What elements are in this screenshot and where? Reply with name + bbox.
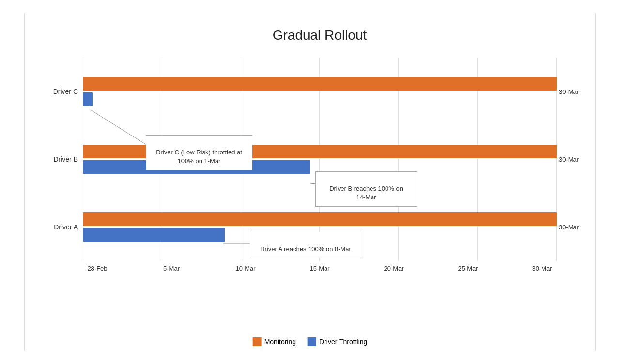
callout-driver-c: Driver C (Low Risk) throttled at 100% on… <box>146 135 252 170</box>
legend-monitoring-label: Monitoring <box>264 338 296 346</box>
y-label-b: Driver B <box>30 155 78 163</box>
x-label-20mar: 20-Mar <box>379 265 408 272</box>
callout-driver-b: Driver B reaches 100% on 14-Mar <box>315 171 417 207</box>
driver-c-row: 30-Mar <box>83 72 557 111</box>
chart-container: Gradual Rollout Driver C Driver B Driver… <box>24 13 596 351</box>
x-label-28feb: 28-Feb <box>83 265 112 272</box>
y-axis-labels: Driver C Driver B Driver A <box>30 58 78 261</box>
driver-b-end-label: 30-Mar <box>559 156 583 163</box>
driver-c-blue-bar <box>83 92 93 106</box>
chart-title: Gradual Rollout <box>83 28 557 43</box>
legend-monitoring: Monitoring <box>253 337 296 346</box>
chart-area: Driver C Driver B Driver A 30-Mar 30-Ma <box>83 58 557 280</box>
driver-c-orange-bar <box>83 77 557 91</box>
callout-driver-a: Driver A reaches 100% on 8-Mar <box>250 232 361 258</box>
x-label-30mar: 30-Mar <box>527 265 557 272</box>
legend-throttling: Driver Throttling <box>308 337 367 346</box>
legend-monitoring-swatch <box>253 337 262 346</box>
driver-a-blue-bar <box>83 228 225 242</box>
x-label-5mar: 5-Mar <box>157 265 186 272</box>
x-label-25mar: 25-Mar <box>453 265 482 272</box>
x-axis: 28-Feb 5-Mar 10-Mar 15-Mar 20-Mar 25-Mar… <box>83 261 557 280</box>
driver-c-end-label: 30-Mar <box>559 88 583 95</box>
y-label-c: Driver C <box>30 88 78 95</box>
driver-c-bars <box>83 72 557 111</box>
y-label-a: Driver A <box>30 223 78 231</box>
x-label-15mar: 15-Mar <box>305 265 334 272</box>
x-label-10mar: 10-Mar <box>231 265 260 272</box>
driver-a-orange-bar <box>83 212 557 226</box>
driver-a-end-label: 30-Mar <box>559 224 583 231</box>
legend-throttling-swatch <box>308 337 316 346</box>
chart-legend: Monitoring Driver Throttling <box>253 337 368 346</box>
legend-throttling-label: Driver Throttling <box>319 338 367 346</box>
